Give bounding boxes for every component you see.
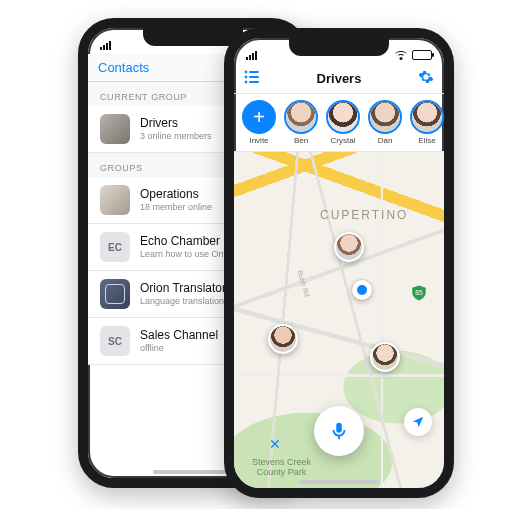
contact-name: Dan: [378, 136, 393, 145]
microphone-icon: [328, 420, 350, 442]
home-indicator: [153, 470, 233, 474]
close-icon[interactable]: ✕: [269, 436, 281, 452]
nav-bar: Drivers: [234, 64, 444, 94]
group-subtitle: offline: [140, 343, 218, 354]
group-title: Sales Channel: [140, 328, 218, 342]
group-subtitle: Learn how to use Onyx: [140, 249, 233, 260]
driver-pin[interactable]: [370, 342, 400, 372]
device-notch: [289, 38, 389, 56]
contact-name: Crystal: [331, 136, 356, 145]
menu-list-icon[interactable]: [244, 70, 260, 88]
phone-drivers-map: Drivers + Invite Ben Crystal: [224, 28, 454, 498]
group-title: Operations: [140, 187, 212, 201]
cellular-signal-icon: [100, 41, 111, 50]
page-title: Drivers: [317, 71, 362, 86]
svg-text:85: 85: [415, 289, 423, 296]
map-city-label: CUPERTINO: [320, 208, 408, 222]
device-notch: [143, 28, 243, 46]
group-avatar-icon: [100, 185, 130, 215]
cellular-signal-icon: [246, 51, 257, 60]
highway-shield-icon: 85: [410, 284, 428, 302]
recenter-location-button[interactable]: [404, 408, 432, 436]
group-avatar-initials-icon: EC: [100, 232, 130, 262]
invite-button[interactable]: + Invite: [242, 100, 276, 145]
driver-pin[interactable]: [334, 232, 364, 262]
battery-icon: [412, 50, 432, 60]
group-avatar-icon: [100, 279, 130, 309]
svg-rect-1: [249, 71, 259, 73]
group-avatar-initials-icon: SC: [100, 326, 130, 356]
invite-label: Invite: [249, 136, 268, 145]
map-road-label: Bubb Rd: [297, 269, 311, 297]
avatar: [410, 100, 444, 134]
svg-rect-5: [249, 81, 259, 83]
avatar: [284, 100, 318, 134]
map-view[interactable]: CUPERTINO Bubb Rd 85 ✕ Stevens Creek Cou…: [234, 152, 444, 488]
settings-gear-icon[interactable]: [418, 69, 434, 89]
contact-chip[interactable]: Crystal: [326, 100, 360, 145]
contact-chip[interactable]: Elise: [410, 100, 444, 145]
group-subtitle: 18 member online: [140, 202, 212, 213]
current-location-dot-icon: [352, 280, 372, 300]
svg-point-0: [245, 70, 248, 73]
avatar: [326, 100, 360, 134]
wifi-icon: [395, 51, 407, 60]
contact-chip[interactable]: Ben: [284, 100, 318, 145]
group-title: Drivers: [140, 116, 212, 130]
group-subtitle: 3 online members: [140, 131, 212, 142]
push-to-talk-button[interactable]: [314, 406, 364, 456]
avatar: [368, 100, 402, 134]
contact-name: Elise: [418, 136, 435, 145]
contact-name: Ben: [294, 136, 308, 145]
driver-pin[interactable]: [268, 324, 298, 354]
map-park-label: Stevens Creek County Park: [252, 458, 311, 478]
svg-point-2: [245, 75, 248, 78]
svg-point-4: [245, 80, 248, 83]
contact-chip[interactable]: Dan: [368, 100, 402, 145]
contact-strip[interactable]: + Invite Ben Crystal Dan Elise: [234, 94, 444, 152]
plus-icon: +: [242, 100, 276, 134]
home-indicator: [299, 480, 379, 484]
group-avatar-icon: [100, 114, 130, 144]
svg-rect-3: [249, 76, 259, 78]
group-title: Echo Chamber: [140, 234, 233, 248]
